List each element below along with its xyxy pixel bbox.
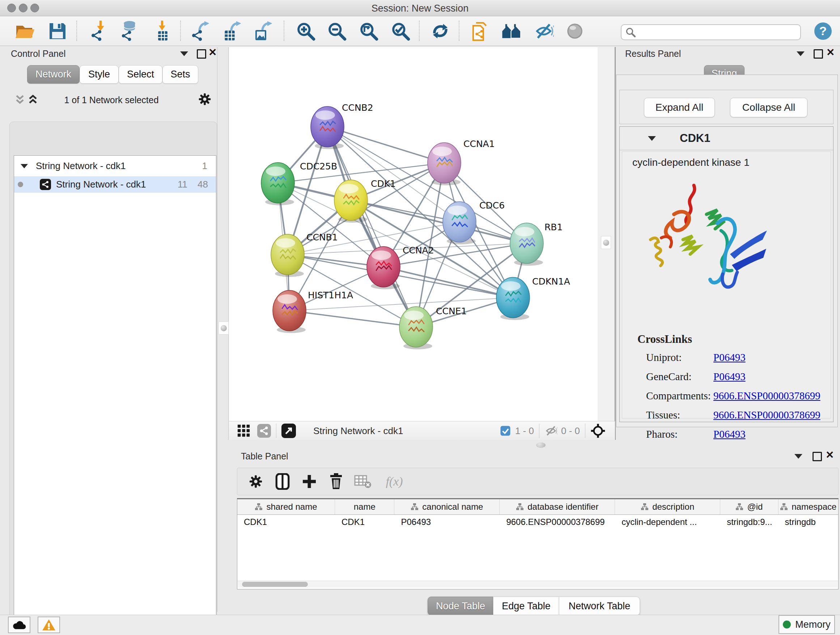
table-panel-close-icon[interactable]: ✕ [826, 451, 834, 459]
cell-canonical-name[interactable]: P06493 [394, 517, 500, 527]
hide-selected-button[interactable] [532, 20, 555, 42]
control-panel-float-icon[interactable] [197, 49, 206, 59]
control-panel-menu-icon[interactable] [180, 51, 188, 56]
table-settings-button[interactable] [242, 470, 269, 492]
cell-namespace[interactable]: stringdb [778, 517, 838, 527]
network-node-cdkn1a[interactable]: CDKN1A [496, 276, 570, 320]
tab-network[interactable]: Network [27, 65, 80, 84]
crosslink-pharos[interactable]: P06493 [714, 428, 745, 440]
collapse-all-icon[interactable] [14, 94, 26, 106]
network-tree-child-row[interactable]: String Network - cdk1 11 48 [14, 176, 216, 193]
network-node-ccnb2[interactable]: CCNB2 [311, 103, 373, 149]
horizontal-splitter[interactable] [229, 440, 840, 450]
fit-crosshair-icon[interactable] [591, 423, 606, 439]
import-network-button[interactable] [88, 20, 110, 42]
control-panel-close-icon[interactable]: ✕ [208, 49, 217, 56]
tab-network-table[interactable]: Network Table [559, 597, 640, 616]
birdseye-grid-icon[interactable] [237, 424, 251, 438]
show-all-button[interactable] [564, 20, 586, 42]
warnings-button[interactable] [38, 616, 60, 633]
scrollbar-thumb[interactable] [242, 582, 308, 587]
table-horizontal-scrollbar[interactable] [238, 581, 838, 587]
cell-description[interactable]: cyclin-dependent ... [615, 517, 720, 527]
zoom-out-button[interactable] [325, 20, 348, 42]
column-header-namespace[interactable]: namespace [778, 499, 838, 515]
tab-style[interactable]: Style [80, 65, 118, 84]
results-panel-menu-icon[interactable] [797, 51, 805, 56]
network-node-hist1h1a[interactable]: HIST1H1A [273, 290, 353, 333]
search-input[interactable] [636, 27, 797, 38]
zoom-fit-button[interactable] [357, 20, 380, 42]
network-canvas[interactable]: CCNB2CCNA1CDC25BCDK1CDC6RB1CCNB1CCNA2CDK… [229, 47, 598, 421]
network-from-selection-button[interactable] [469, 20, 491, 42]
cell-shared-name[interactable]: CDK1 [237, 517, 335, 527]
import-table-button[interactable] [151, 20, 174, 42]
delete-column-button[interactable] [323, 470, 349, 492]
column-header-id[interactable]: @id [720, 499, 778, 515]
network-node-cdc25b[interactable]: CDC25B [261, 161, 337, 205]
column-header-database-identifier[interactable]: database identifier [500, 499, 615, 515]
column-header-shared-name[interactable]: shared name [237, 499, 335, 515]
save-session-button[interactable] [46, 20, 69, 42]
network-node-ccne1[interactable]: CCNE1 [399, 306, 467, 349]
create-column-button[interactable] [296, 470, 323, 492]
network-edge[interactable] [327, 127, 444, 163]
column-header-canonical-name[interactable]: canonical name [394, 499, 500, 515]
network-node-ccna1[interactable]: CCNA1 [428, 139, 495, 185]
cloud-status-button[interactable] [8, 616, 30, 633]
tab-select[interactable]: Select [118, 65, 163, 84]
show-columns-button[interactable] [269, 470, 296, 492]
memory-button[interactable]: Memory [778, 615, 835, 634]
table-panel-float-icon[interactable] [813, 452, 822, 461]
delete-table-button[interactable] [349, 470, 376, 492]
column-header-description[interactable]: description [615, 499, 720, 515]
results-panel-float-icon[interactable] [813, 49, 823, 59]
results-panel-close-icon[interactable]: ✕ [826, 49, 835, 56]
network-tree-root-row[interactable]: String Network - cdk1 1 [14, 156, 216, 174]
crosslink-tissues[interactable]: 9606.ENSP00000378699 [714, 409, 821, 421]
zoom-selected-button[interactable] [389, 20, 412, 42]
network-node-cdc6[interactable]: CDC6 [443, 200, 505, 244]
gene-section-header[interactable]: CDK1 [620, 127, 833, 150]
first-neighbors-button[interactable] [501, 20, 523, 42]
help-button[interactable]: ? [812, 20, 834, 42]
column-header-name[interactable]: name [335, 499, 394, 515]
expand-all-button[interactable]: Expand All [644, 98, 715, 117]
cell-id[interactable]: stringdb:9... [720, 517, 778, 527]
tab-sets[interactable]: Sets [163, 65, 198, 84]
left-splitter-handle[interactable] [218, 321, 229, 334]
function-builder-button[interactable]: f(x) [376, 470, 412, 492]
string-panel-icon[interactable] [257, 424, 271, 438]
selected-checkbox-icon[interactable] [500, 425, 511, 436]
open-session-button[interactable] [14, 20, 36, 42]
export-network-button[interactable] [189, 20, 212, 42]
crosslink-compartments[interactable]: 9606.ENSP00000378699 [714, 390, 821, 402]
network-node-rb1[interactable]: RB1 [510, 222, 562, 266]
crosslink-uniprot[interactable]: P06493 [714, 352, 745, 363]
table-panel-menu-icon[interactable] [794, 454, 802, 459]
expand-all-icon[interactable] [27, 94, 39, 106]
tree-expander-icon[interactable] [21, 164, 28, 168]
export-image-button[interactable] [252, 20, 274, 42]
cell-database-identifier[interactable]: 9606.ENSP00000378699 [500, 517, 615, 527]
gene-collapse-icon[interactable] [648, 136, 656, 141]
import-database-button[interactable] [118, 20, 141, 42]
tab-node-table[interactable]: Node Table [428, 597, 493, 616]
refresh-network-button[interactable] [429, 20, 452, 42]
external-view-icon[interactable] [281, 424, 296, 438]
tab-edge-table[interactable]: Edge Table [493, 597, 559, 616]
network-node-ccnb1[interactable]: CCNB1 [271, 232, 338, 277]
right-splitter-handle[interactable] [601, 236, 611, 249]
node-label: CDC25B [300, 161, 337, 172]
network-node-cdk1[interactable]: CDK1 [334, 179, 396, 223]
table-panel-header: Table Panel ✕ [234, 450, 840, 466]
crosslink-genecard[interactable]: P06493 [714, 371, 745, 383]
cell-name[interactable]: CDK1 [335, 517, 394, 527]
table-row[interactable]: CDK1 CDK1 P06493 9606.ENSP00000378699 cy… [237, 515, 838, 529]
network-options-gear-icon[interactable] [197, 92, 212, 106]
network-edge[interactable] [289, 310, 416, 327]
collapse-all-button[interactable]: Collapse All [730, 98, 807, 117]
export-table-button[interactable] [221, 20, 243, 42]
zoom-in-button[interactable] [294, 20, 317, 42]
network-edge[interactable] [384, 267, 513, 298]
